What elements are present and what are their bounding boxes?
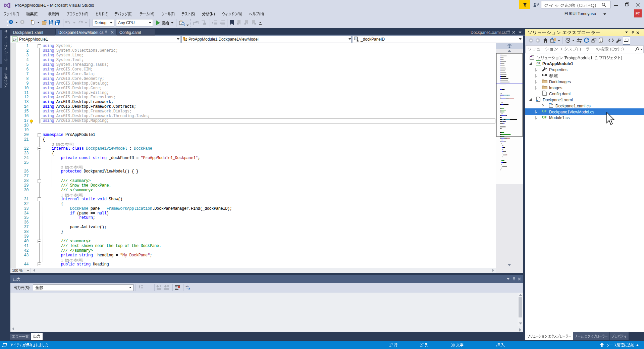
svg-text:ab: ab xyxy=(185,285,189,288)
svg-text:C#: C# xyxy=(542,115,546,119)
svg-text:C#: C# xyxy=(13,38,17,41)
svg-text:C#: C# xyxy=(542,109,546,113)
svg-text:C#: C# xyxy=(537,61,540,65)
